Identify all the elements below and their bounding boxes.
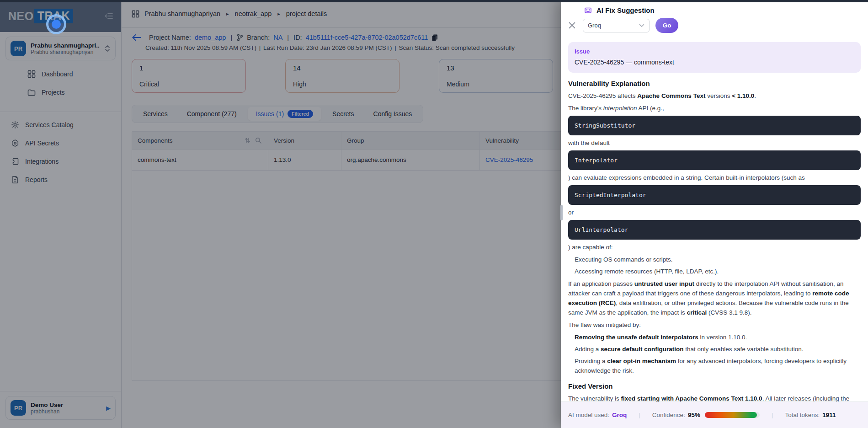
modal-backdrop[interactable] [0,0,561,428]
total-tokens-value: 1911 [822,412,836,418]
code-block: StringSubstitutor [568,116,861,135]
total-tokens-label: Total tokens: [785,412,820,418]
confidence-value: 95% [688,412,700,418]
vulnerability-explanation-heading: Vulnerability Explanation [568,79,861,88]
issue-label: Issue [575,47,854,56]
confidence-bar [705,412,760,418]
drawer-footer: AI model used: Groq | Confidence: 95% | … [561,401,868,428]
model-used-value: Groq [612,412,627,418]
explanation-paragraph: The library's interpolation API (e.g., [568,103,861,113]
model-used-label: AI model used: [568,412,609,418]
confidence-bar-fill [705,412,757,418]
drawer-header: AI Fix Suggestion Groq Go [561,0,868,37]
drawer-body: Issue CVE-2025-46295 — commons-text Vuln… [561,37,868,401]
footer-divider: | [639,412,640,418]
ai-model-select[interactable]: Groq [583,19,650,32]
explanation-paragraph: ) are capable of: [568,242,861,252]
drawer-title: AI Fix Suggestion [596,6,655,14]
mitigations-list: Removing the unsafe default interpolator… [575,332,861,375]
cursor-click-indicator [46,14,66,34]
capabilities-list: Executing OS commands or scripts. Access… [575,255,861,276]
footer-divider: | [772,412,773,418]
explanation-paragraph: CVE-2025-46295 affects Apache Commons Te… [568,91,861,101]
issue-value: CVE-2025-46295 — commons-text [575,58,854,67]
list-item: Executing OS commands or scripts. [575,255,861,264]
robot-icon [584,6,592,15]
code-block: Interpolator [568,150,861,170]
list-item: Accessing remote resources (HTTP, file, … [575,267,861,276]
ai-fix-drawer: AI Fix Suggestion Groq Go Issue CVE-2025… [561,0,868,428]
fixed-version-paragraph: The vulnerability is fixed starting with… [568,394,861,401]
close-icon[interactable] [568,21,576,29]
issue-card: Issue CVE-2025-46295 — commons-text [568,42,861,73]
explanation-paragraph: or [568,208,861,217]
explanation-paragraph: ) can evaluate expressions embedded in a… [568,173,861,182]
code-block: ScriptedInterpolator [568,185,861,205]
list-item: Removing the unsafe default interpolator… [575,332,861,342]
explanation-paragraph: with the default [568,138,861,148]
explanation-paragraph: The flaw was mitigated by: [568,320,861,330]
chevron-down-icon [639,24,644,27]
drawer-resize-handle[interactable] [560,205,563,220]
ai-model-selected-value: Groq [588,22,601,29]
confidence-label: Confidence: [652,412,685,418]
fixed-version-heading: Fixed Version [568,381,861,391]
explanation-paragraph: If an application passes untrusted user … [568,279,861,317]
list-item: Providing a clear opt-in mechanism for a… [575,356,861,375]
go-button[interactable]: Go [655,18,678,33]
top-accent-bar [0,0,868,2]
code-block: UrlInterpolator [568,220,861,240]
list-item: Adding a secure default configuration th… [575,344,861,354]
